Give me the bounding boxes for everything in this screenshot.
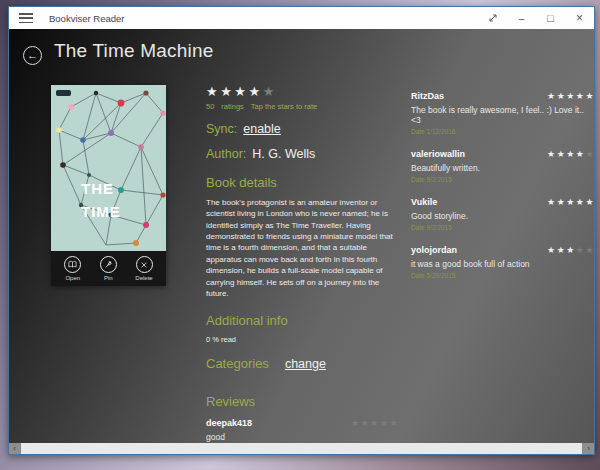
star-filled-icon: ★ <box>547 91 557 101</box>
reviews-column-right: RitzDas★★★★★The book is really awesome, … <box>411 82 594 293</box>
pin-button-label: Pin <box>104 275 113 281</box>
publisher-logo <box>56 90 71 96</box>
horizontal-scrollbar: ‹ › <box>9 443 594 454</box>
review-header: deepak418★★★★★ <box>206 418 399 428</box>
open-button-label: Open <box>65 275 80 281</box>
review-stars: ★★★★★ <box>547 91 594 101</box>
categories-row: Categorieschange <box>206 354 399 372</box>
maximize-button[interactable]: □ <box>536 7 565 29</box>
review-header: valeriowallin★★★★★ <box>411 149 594 159</box>
hamburger-menu-icon[interactable] <box>19 13 33 23</box>
star-empty-icon: ★ <box>361 418 371 428</box>
review-item: RitzDas★★★★★The book is really awesome, … <box>411 91 594 135</box>
close-button[interactable]: × <box>565 7 594 29</box>
app-title: Bookviser Reader <box>49 13 125 24</box>
categories-change-link[interactable]: change <box>285 357 326 371</box>
star-filled-icon: ★ <box>557 91 567 101</box>
review-stars: ★★★★★ <box>351 418 399 428</box>
star-empty-icon: ★ <box>351 418 361 428</box>
back-button[interactable]: ← <box>23 46 42 65</box>
review-header: yolojordan★★★★★ <box>411 245 594 255</box>
star-empty-icon: ★ <box>585 149 594 159</box>
review-stars: ★★★★★ <box>547 245 594 255</box>
star-filled-icon: ★ <box>576 91 586 101</box>
review-date: Date 5/20/2015 <box>411 272 594 279</box>
review-author: deepak418 <box>206 418 252 428</box>
app-window: Bookviser Reader – □ × ← The Time Machin… <box>8 6 595 455</box>
star-empty-icon: ★ <box>263 84 277 99</box>
review-text: The book is really awesome, I feel.. :) … <box>411 105 594 125</box>
star-filled-icon: ★ <box>234 84 248 99</box>
additional-info-heading: Additional info <box>206 313 399 328</box>
review-date: Date 9/2/2015 <box>411 176 594 183</box>
sync-row: Sync:enable <box>206 122 399 136</box>
content-area: ← The Time Machine <box>9 29 594 443</box>
cover-title: THE TIME <box>81 177 121 224</box>
reviews-list-right: RitzDas★★★★★The book is really awesome, … <box>411 91 594 279</box>
review-text: it was a good book full of action <box>411 259 594 269</box>
star-filled-icon: ★ <box>206 84 220 99</box>
star-filled-icon: ★ <box>585 197 594 207</box>
review-author: yolojordan <box>411 245 457 255</box>
book-details-heading: Book details <box>206 175 399 190</box>
star-filled-icon: ★ <box>576 149 586 159</box>
star-filled-icon: ★ <box>566 245 576 255</box>
sync-label: Sync: <box>206 122 237 136</box>
cover-title-line1: THE <box>81 177 121 200</box>
scroll-right-arrow-icon[interactable]: › <box>583 443 594 454</box>
open-book-icon <box>64 256 81 273</box>
scroll-left-arrow-icon[interactable]: ‹ <box>9 443 20 454</box>
star-filled-icon: ★ <box>547 197 557 207</box>
read-progress: 0 % read <box>206 335 399 344</box>
star-empty-icon: ★ <box>576 245 586 255</box>
review-text: Good storyline. <box>411 211 594 221</box>
review-text: good <box>206 432 399 442</box>
review-stars: ★★★★★ <box>547 197 594 207</box>
review-item: deepak418★★★★★goodDate 3/4/2016 <box>206 418 399 443</box>
page-title: The Time Machine <box>54 40 214 62</box>
minimize-button[interactable]: – <box>507 7 536 29</box>
book-description: The book's protagonist is an amateur inv… <box>206 197 399 299</box>
star-filled-icon: ★ <box>557 149 567 159</box>
star-empty-icon: ★ <box>585 245 594 255</box>
cover-action-bar: Open Pin Delete <box>51 251 166 286</box>
star-empty-icon: ★ <box>370 418 380 428</box>
review-item: yolojordan★★★★★it was a good book full o… <box>411 245 594 279</box>
author-row: Author:H. G. Wells <box>206 147 399 161</box>
sync-enable-link[interactable]: enable <box>243 122 281 136</box>
star-empty-icon: ★ <box>380 418 390 428</box>
delete-button-label: Delete <box>135 275 152 281</box>
cover-title-line2: TIME <box>81 200 121 223</box>
review-item: valeriowallin★★★★★Beautifully written.Da… <box>411 149 594 183</box>
pin-button[interactable]: Pin <box>100 256 117 281</box>
review-header: RitzDas★★★★★ <box>411 91 594 101</box>
tap-to-rate-hint: Tap the stars to rate <box>251 102 317 111</box>
delete-button[interactable]: Delete <box>135 256 152 281</box>
ratings-count: 50 <box>206 102 214 111</box>
book-info-column: ★★★★★ 50ratingsTap the stars to rate Syn… <box>206 84 399 443</box>
book-cover: THE TIME Open Pin <box>51 85 166 286</box>
star-filled-icon: ★ <box>557 197 567 207</box>
reviews-heading: Reviews <box>206 394 399 409</box>
review-date: Date 9/2/2015 <box>411 224 594 231</box>
ratings-word: ratings <box>221 102 244 111</box>
ratings-summary: 50ratingsTap the stars to rate <box>206 102 399 111</box>
star-filled-icon: ★ <box>576 197 586 207</box>
window-controls: – □ × <box>478 7 594 29</box>
network-pattern <box>51 85 166 251</box>
star-empty-icon: ★ <box>389 418 399 428</box>
scrollbar-thumb[interactable] <box>20 443 583 454</box>
star-filled-icon: ★ <box>566 91 576 101</box>
book-rating-stars[interactable]: ★★★★★ <box>206 84 399 99</box>
review-author: RitzDas <box>411 91 444 101</box>
review-author: valeriowallin <box>411 149 465 159</box>
review-header: Vukile★★★★★ <box>411 197 594 207</box>
review-stars: ★★★★★ <box>547 149 594 159</box>
author-label: Author: <box>206 147 246 161</box>
star-filled-icon: ★ <box>220 84 234 99</box>
reviews-list-left: deepak418★★★★★goodDate 3/4/2016LuisxMx★★… <box>206 418 399 443</box>
fullscreen-toggle-icon[interactable] <box>478 7 507 29</box>
author-name: H. G. Wells <box>252 147 315 161</box>
star-filled-icon: ★ <box>547 149 557 159</box>
open-button[interactable]: Open <box>64 256 81 281</box>
